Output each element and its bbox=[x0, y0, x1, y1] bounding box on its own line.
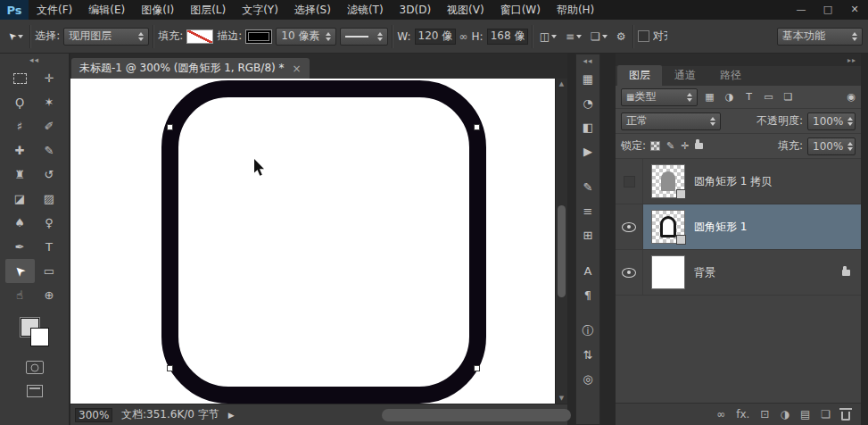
canvas[interactable] bbox=[70, 79, 555, 404]
pixel-layer-filter-icon[interactable]: ▦ bbox=[702, 91, 717, 103]
status-menu-arrow-icon[interactable]: ▶ bbox=[228, 411, 235, 420]
menu-edit[interactable]: 编辑(E) bbox=[80, 0, 133, 20]
menu-filter[interactable]: 滤镜(T) bbox=[339, 0, 392, 20]
fill-swatch[interactable] bbox=[186, 29, 213, 44]
menu-select[interactable]: 选择(S) bbox=[286, 0, 339, 20]
menu-window[interactable]: 窗口(W) bbox=[492, 0, 549, 20]
rectangle-tool[interactable]: ▭ bbox=[35, 259, 64, 283]
clone-source-panel-icon[interactable]: ⊞ bbox=[576, 223, 599, 247]
workspace-dropdown[interactable]: 基本功能 bbox=[777, 28, 863, 46]
vertical-scrollbar-thumb[interactable] bbox=[558, 205, 566, 297]
pen-tool[interactable]: ✒ bbox=[5, 235, 35, 259]
menu-image[interactable]: 图像(I) bbox=[133, 0, 182, 20]
histogram-panel-icon[interactable]: ⇅ bbox=[576, 343, 599, 367]
brush-presets-panel-icon[interactable]: ≡ bbox=[576, 199, 599, 223]
shape-settings-button[interactable]: ⚙ bbox=[614, 29, 629, 45]
smart-object-filter-icon[interactable]: ❏ bbox=[781, 91, 796, 103]
eye-icon[interactable] bbox=[622, 268, 636, 278]
minimize-button[interactable]: — bbox=[788, 0, 814, 20]
scroll-up-icon[interactable]: ▲ bbox=[556, 80, 567, 88]
path-anchor-point[interactable] bbox=[167, 124, 173, 130]
maximize-button[interactable]: □ bbox=[814, 0, 841, 20]
horizontal-scrollbar-thumb[interactable] bbox=[382, 409, 571, 421]
clone-stamp-tool[interactable]: ♜ bbox=[5, 162, 35, 187]
type-tool[interactable]: T bbox=[35, 235, 64, 259]
collapse-tools-icon[interactable]: ◂◂ bbox=[0, 54, 69, 66]
height-field[interactable]: 168 像素 bbox=[487, 29, 528, 45]
zoom-field[interactable]: 300% bbox=[75, 408, 112, 422]
rectangular-marquee-tool[interactable] bbox=[5, 66, 35, 90]
dodge-tool[interactable]: ♀ bbox=[35, 211, 64, 235]
fill-opacity-dropdown[interactable]: 100% bbox=[807, 138, 856, 155]
zoom-tool[interactable]: ⊕ bbox=[35, 283, 64, 307]
layer-row-rounded-rect[interactable]: 圆角矩形 1 bbox=[616, 204, 861, 250]
brush-tool[interactable]: ✎ bbox=[35, 138, 64, 162]
layer-thumbnail[interactable] bbox=[651, 164, 685, 198]
adjustment-layer-button[interactable]: ◑ bbox=[780, 408, 789, 421]
layer-row-background[interactable]: 背景 bbox=[616, 250, 861, 296]
brush-panel-icon[interactable]: ✎ bbox=[576, 175, 599, 199]
menu-layer[interactable]: 图层(L) bbox=[182, 0, 234, 20]
layer-thumbnail[interactable] bbox=[651, 255, 685, 289]
expand-panels-icon[interactable]: ◂◂ bbox=[576, 54, 599, 67]
menu-help[interactable]: 帮助(H) bbox=[549, 0, 602, 20]
visibility-off-well[interactable] bbox=[624, 176, 635, 188]
delete-layer-button[interactable] bbox=[841, 409, 850, 421]
tab-paths[interactable]: 路径 bbox=[708, 65, 753, 86]
stroke-swatch[interactable] bbox=[245, 29, 272, 44]
lock-all-icon[interactable] bbox=[695, 143, 703, 149]
select-mode-dropdown[interactable]: 现用图层 bbox=[63, 28, 149, 46]
actions-panel-icon[interactable]: ▶ bbox=[576, 139, 599, 163]
layer-thumbnail[interactable] bbox=[651, 210, 685, 244]
collapse-dock-icon[interactable]: ▸▸ bbox=[847, 56, 856, 64]
move-tool[interactable]: ✛ bbox=[35, 66, 64, 90]
history-brush-tool[interactable]: ↺ bbox=[35, 162, 64, 187]
hand-tool[interactable]: ☝ bbox=[5, 283, 35, 307]
tab-channels[interactable]: 通道 bbox=[663, 65, 707, 86]
lock-position-icon[interactable]: ✛ bbox=[681, 140, 689, 152]
filter-switch-icon[interactable]: ◉ bbox=[847, 91, 856, 103]
layer-name[interactable]: 背景 bbox=[694, 265, 715, 280]
adjustment-layer-filter-icon[interactable]: ◑ bbox=[722, 91, 737, 103]
path-anchor-point[interactable] bbox=[474, 365, 480, 371]
stroke-width-dropdown[interactable]: 10 像素 bbox=[276, 28, 336, 46]
menu-file[interactable]: 文件(F) bbox=[29, 0, 80, 20]
tab-layers[interactable]: 图层 bbox=[617, 65, 662, 86]
filter-kind-dropdown[interactable]: ▦ 类型 bbox=[621, 88, 698, 106]
eye-icon[interactable] bbox=[622, 222, 636, 232]
layer-name[interactable]: 圆角矩形 1 bbox=[694, 220, 747, 235]
layer-row-rounded-rect-copy[interactable]: 圆角矩形 1 拷贝 bbox=[616, 159, 861, 204]
menu-view[interactable]: 视图(V) bbox=[439, 0, 492, 20]
new-layer-button[interactable]: ❏ bbox=[821, 408, 831, 421]
quick-mask-button[interactable] bbox=[26, 361, 44, 374]
visibility-column[interactable] bbox=[616, 159, 643, 204]
scroll-down-icon[interactable]: ▼ bbox=[556, 395, 567, 402]
path-alignment-button[interactable]: ≡ bbox=[563, 29, 584, 45]
stroke-type-dropdown[interactable] bbox=[340, 28, 388, 46]
menu-3d[interactable]: 3D(D) bbox=[392, 0, 439, 20]
dock-drag-bar[interactable]: ▸▸ bbox=[616, 54, 861, 66]
link-layers-button[interactable]: ∞ bbox=[716, 408, 725, 421]
new-group-button[interactable]: ▤ bbox=[800, 408, 810, 421]
path-anchor-point[interactable] bbox=[167, 365, 173, 371]
menu-type[interactable]: 文字(Y) bbox=[234, 0, 286, 20]
navigator-panel-icon[interactable]: ◎ bbox=[576, 367, 599, 391]
document-tab[interactable]: 未标题-1 @ 300% (圆角矩形 1, RGB/8) * × bbox=[71, 58, 310, 79]
lasso-tool[interactable]: Ϙ bbox=[5, 90, 35, 114]
blend-mode-dropdown[interactable]: 正常 bbox=[621, 112, 721, 130]
add-layer-mask-button[interactable]: ⊡ bbox=[760, 408, 769, 421]
type-layer-filter-icon[interactable]: T bbox=[741, 91, 756, 103]
character-panel-icon[interactable]: A bbox=[576, 259, 599, 283]
info-panel-icon[interactable]: ⓘ bbox=[576, 319, 599, 343]
vertical-scrollbar[interactable]: ▲ ▼ bbox=[555, 79, 567, 404]
lock-pixels-icon[interactable]: ✎ bbox=[666, 140, 674, 152]
tool-preset-button[interactable]: ➤ bbox=[5, 29, 26, 44]
paragraph-panel-icon[interactable]: ¶ bbox=[576, 283, 599, 307]
path-selection-tool[interactable]: ➤ bbox=[5, 259, 35, 283]
blur-tool[interactable]: ♠ bbox=[5, 211, 35, 235]
background-color-swatch[interactable] bbox=[30, 328, 49, 346]
magic-wand-tool[interactable]: ✶ bbox=[35, 90, 64, 114]
rounded-rectangle-shape[interactable] bbox=[161, 80, 486, 404]
opacity-dropdown[interactable]: 100% bbox=[807, 112, 856, 130]
close-button[interactable]: ✕ bbox=[841, 0, 868, 20]
